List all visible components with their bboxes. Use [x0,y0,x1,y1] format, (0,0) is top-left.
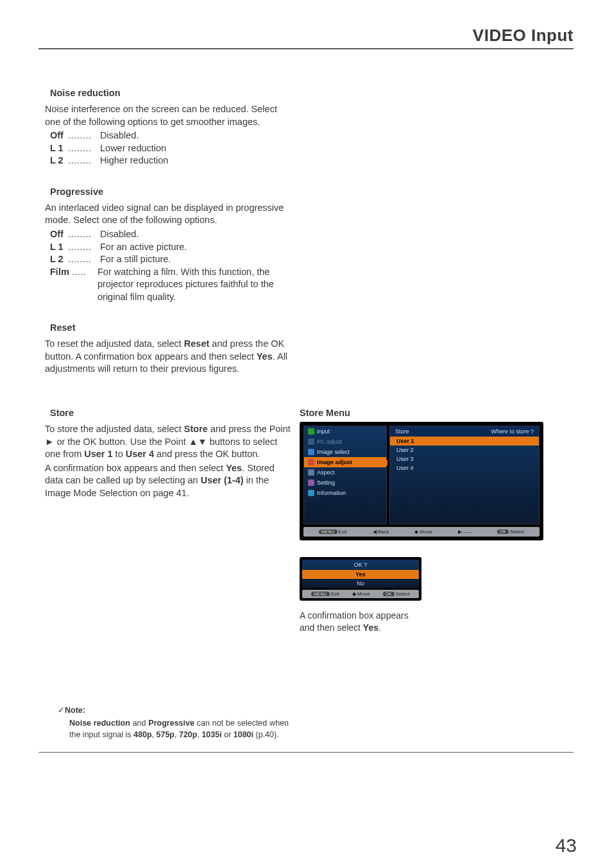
section-title: Reset [50,322,292,333]
setting-icon [308,480,314,486]
dots: ........ [68,142,100,155]
confirm-yes: Yes [302,570,419,579]
ok-pill-icon: OK [497,530,509,534]
option-row: L 2 ........ Higher reduction [50,154,292,167]
store-menu-column: Store Menu Input PC adjust Image select … [300,408,574,634]
option-row: L 1 ........ Lower reduction [50,142,292,155]
text: , [174,730,179,739]
foot-label: Exit [339,529,347,535]
section-title: Noise reduction [50,88,292,98]
information-icon [308,490,314,496]
confirm-body: OK ? Yes No [302,560,419,588]
confirm-footer: MENUExit ◆Move OKSelect [302,590,419,598]
bold-text: Yes [226,463,242,473]
menu-row-user1: User 1 [390,437,539,446]
chevron-left-icon [384,460,387,466]
text: to [113,449,126,459]
confirm-title: OK ? [302,560,419,570]
sidebar-item-aspect: Aspect [304,467,386,478]
body-text: An interlaced video signal can be displa… [45,202,292,227]
bold-text: 720p [179,730,198,739]
arrow-left-icon: ◀ [373,529,377,535]
bold-text: User 4 [126,449,154,459]
sidebar-label: PC adjust [317,438,342,445]
sidebar-item-image-adjust: Image adjust [304,457,386,467]
foot-back: ◀Back [373,529,389,535]
footer-rule [38,752,574,753]
option-key: L 1 [50,142,68,155]
text: . [378,622,381,633]
ok-pill-icon: OK [383,592,395,596]
option-key: Off [50,129,68,142]
sidebar-item-pc-adjust: PC adjust [304,437,386,447]
bold-text: Yes [257,351,273,362]
confirm-no: No [302,579,419,588]
sidebar-label: Input [317,428,330,435]
move-icon: ◆ [352,591,356,597]
menu-footer: MENUExit ◀Back ◆Move ▶----- OKSelect [303,527,540,537]
pc-adjust-icon [308,438,314,445]
bold-text: Progressive [148,719,194,728]
cf-foot-move: ◆Move [352,591,370,597]
dots: ........ [68,154,100,167]
sidebar-item-image-select: Image select [304,447,386,457]
bold-text: 575p [157,730,175,739]
menu-head-right: Where to store ? [491,428,534,435]
foot-select: OKSelect [497,529,524,535]
section-title: Progressive [50,187,292,197]
cf-foot-select: OKSelect [383,591,410,597]
note-header: ✓Note: [58,705,289,716]
sidebar-label: Image adjust [317,459,352,465]
body-text: To reset the adjusted data, select Reset… [45,338,292,376]
option-value: For a still picture. [100,253,292,266]
menu-pill-icon: MENU [319,530,337,534]
menu-pill-icon: MENU [311,592,330,596]
store-section: Store To store the adjusted data, select… [38,408,292,634]
menu-row-user4: User 4 [390,463,539,472]
sidebar-item-input: Input [304,426,386,437]
noise-reduction-section: Noise reduction Noise interference on th… [38,88,292,167]
text: (p.40). [253,730,279,739]
option-value: Higher reduction [100,154,292,167]
dots: ........ [68,241,100,254]
bold-text: User (1-4) [201,475,244,485]
store-row: Store To store the adjusted data, select… [38,408,574,634]
bold-text: 480p [133,730,152,739]
aspect-icon [308,469,314,476]
dots: ........ [68,228,100,241]
option-key: L 2 [50,253,68,266]
note-body: Noise reduction and Progressive can not … [69,717,289,740]
foot-label: Move [420,529,432,535]
foot-exit: MENUExit [319,529,347,535]
menu-main: Store Where to store ? User 1 User 2 Use… [389,426,540,524]
image-select-icon [308,449,314,455]
foot-label: Select [396,591,410,597]
page: VIDEO Input Noise reduction Noise interf… [0,0,612,868]
option-value: For watching a film. With this function,… [98,266,292,304]
text: A confirmation box appears and then sele… [45,463,226,473]
page-header: VIDEO Input [38,26,574,49]
option-value: For an active picture. [100,241,292,254]
menu-head-left: Store [395,428,409,435]
move-icon: ◆ [414,529,418,535]
cf-foot-exit: MENUExit [311,591,339,597]
option-key: Off [50,228,68,241]
foot-label: Exit [331,591,339,597]
confirm-box-screenshot: OK ? Yes No MENUExit ◆Move OKSelect [300,557,421,601]
bold-text: 1080i [234,730,253,739]
menu-sidebar: Input PC adjust Image select Image adjus… [303,426,387,524]
option-value: Disabled. [100,228,292,241]
store-menu-screenshot: Input PC adjust Image select Image adjus… [300,422,543,540]
confirm-caption: A confirmation box appears and then sele… [300,610,409,634]
text: or [222,730,234,739]
menu-row-user2: User 2 [390,446,539,455]
input-icon [308,428,314,435]
menu-main-header: Store Where to store ? [390,426,539,437]
note-label: Note: [65,706,85,715]
sidebar-label: Aspect [317,469,335,476]
bold-text: User 1 [84,449,112,459]
text: To reset the adjusted data, select [45,338,184,349]
header-title: VIDEO Input [473,26,574,45]
sidebar-item-setting: Setting [304,478,386,488]
option-value: Disabled. [100,129,292,142]
